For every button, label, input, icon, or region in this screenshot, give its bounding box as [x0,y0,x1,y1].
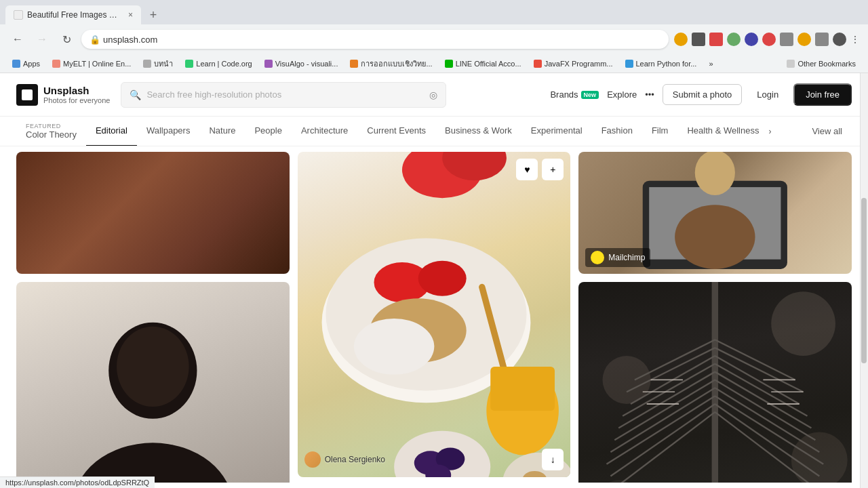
photo-card-man-portrait[interactable]: ♥ + [16,282,290,483]
search-placeholder: Search free high-resolution photos [146,89,424,100]
collect-button[interactable]: + [261,159,283,180]
logo-text: Unsplash Photos for everyone [43,85,110,104]
svg-point-28 [772,291,836,356]
camera-search-icon[interactable]: ◎ [429,89,437,100]
bookmarks-bar: Apps MyELT | Online En... บทนำ Learn | C… [0,54,868,73]
like-food-button[interactable]: ♥ [516,159,538,180]
bookmark-javafx[interactable]: JavaFX Programm... [530,58,617,69]
nav-film[interactable]: Film [642,117,678,146]
tab-title: Beautiful Free Images & Pictur... [27,10,121,20]
back-button[interactable]: ← [8,30,27,49]
mailchimp-text: Mailchimp [608,253,645,262]
status-bar: https://unsplash.com/photos/odLdpSRRZtQ [0,476,155,488]
svg-point-8 [418,261,466,296]
tab-favicon [14,10,23,20]
bookmark-python[interactable]: Learn Python for... [621,58,701,69]
svg-point-27 [675,205,755,269]
tab-close-btn[interactable]: × [128,10,133,20]
collect-button-portrait[interactable]: + [261,289,283,310]
search-icon: 🔍 [130,89,141,100]
nav-health-wellness[interactable]: Health & Wellness [677,117,768,146]
scrollbar-thumb[interactable] [861,198,867,364]
photo-card-elderly-woman[interactable]: ♥ + [16,152,290,274]
bookmark-code[interactable]: Learn | Code.org [181,58,256,69]
scrollbar-track[interactable] [860,73,868,488]
photo-grid: ♥ + ♥ + [0,146,868,488]
submit-photo-button[interactable]: Submit a photo [663,84,742,105]
explore-button[interactable]: Explore [607,89,637,100]
like-button-portrait[interactable]: ♥ [235,289,257,310]
status-url: https://unsplash.com/photos/odLdpSRRZtQ [5,479,149,487]
bookmark-more[interactable]: » [705,58,717,69]
site-header: Unsplash Photos for everyone 🔍 Search fr… [0,73,868,117]
mailchimp-badge: Mailchimp [585,248,650,267]
svg-point-31 [599,481,639,483]
nav-more-chevron[interactable]: › [768,127,771,136]
current-url: unsplash.com [103,35,157,45]
category-nav: FEATURED Color Theory Editorial Wallpape… [0,117,868,146]
featured-nav-item[interactable]: FEATURED Color Theory [16,117,86,146]
masonry-grid: ♥ + ♥ + [16,152,852,483]
svg-point-26 [695,152,735,195]
svg-line-34 [715,348,804,392]
photo-card-pine-dark[interactable] [578,282,852,483]
bookmark-thai[interactable]: บทนำ [139,56,177,71]
bookmark-thai2[interactable]: การออกแบบเชิงวิทย... [346,56,436,71]
nav-fashion[interactable]: Fashion [592,117,642,146]
nav-current-events[interactable]: Current Events [357,117,435,146]
photo-card-laptop[interactable]: Mailchimp [578,152,852,274]
join-free-button[interactable]: Join free [793,83,852,106]
nav-wallpapers[interactable]: Wallpapers [137,117,200,146]
author-avatar [304,451,321,468]
food-card-actions[interactable]: ♥ + [516,159,564,180]
login-button[interactable]: Login [750,85,785,104]
food-author: Olena Sergienko [304,451,385,468]
author-name-food: Olena Sergienko [325,455,385,464]
photo-column-1: ♥ + ♥ + [16,152,290,483]
mailchimp-logo [591,251,604,264]
like-button[interactable]: ♥ [235,159,257,180]
card-top-actions-portrait[interactable]: ♥ + [235,289,283,310]
site-logo[interactable]: Unsplash Photos for everyone [16,84,110,106]
nav-architecture[interactable]: Architecture [292,117,357,146]
more-options-button[interactable]: ••• [645,89,654,100]
view-all-button[interactable]: View all [802,126,852,136]
svg-line-39 [715,388,820,452]
bookmark-visualgo[interactable]: VisuAlgo - visuali... [260,58,342,69]
svg-point-10 [354,319,434,375]
forward-button[interactable]: → [33,30,52,49]
nav-business-work[interactable]: Business & Work [435,117,521,146]
svg-rect-13 [490,367,555,411]
card-top-actions[interactable]: ♥ + [235,159,283,180]
search-bar[interactable]: 🔍 Search free high-resolution photos ◎ [121,82,446,108]
svg-line-43 [635,340,715,380]
new-badge: New [581,91,599,99]
bookmark-line[interactable]: LINE Official Acco... [441,58,526,69]
svg-line-38 [715,380,816,440]
refresh-button[interactable]: ↻ [57,30,76,49]
photo-card-food-bowl[interactable]: ♥ + Olena Sergienko ↓ [298,152,571,477]
download-food-button[interactable]: ↓ [542,449,564,470]
nav-people[interactable]: People [245,117,291,146]
address-bar[interactable]: 🔒 unsplash.com [81,30,669,49]
photo-column-3: Mailchimp [578,152,852,483]
brands-button[interactable]: Brands New [550,89,599,100]
photo-column-2: ♥ + Olena Sergienko ↓ [298,152,571,483]
logo-icon [16,84,38,106]
bookmark-apps[interactable]: Apps [8,58,44,69]
active-tab[interactable]: Beautiful Free Images & Pictur... × [5,5,141,24]
header-actions: Brands New Explore ••• Submit a photo Lo… [550,83,852,106]
nav-editorial[interactable]: Editorial [86,117,137,146]
new-tab-button[interactable]: + [144,5,163,24]
food-card-bottom: Olena Sergienko ↓ [304,449,564,470]
browser-action-icons: ⋮ [674,33,860,46]
bookmark-myelt[interactable]: MyELT | Online En... [48,58,135,69]
bookmark-other[interactable]: Other Bookmarks [783,58,860,69]
collect-food-button[interactable]: + [542,159,564,180]
nav-experimental[interactable]: Experimental [521,117,592,146]
svg-line-52 [615,412,715,483]
nav-nature[interactable]: Nature [199,117,245,146]
